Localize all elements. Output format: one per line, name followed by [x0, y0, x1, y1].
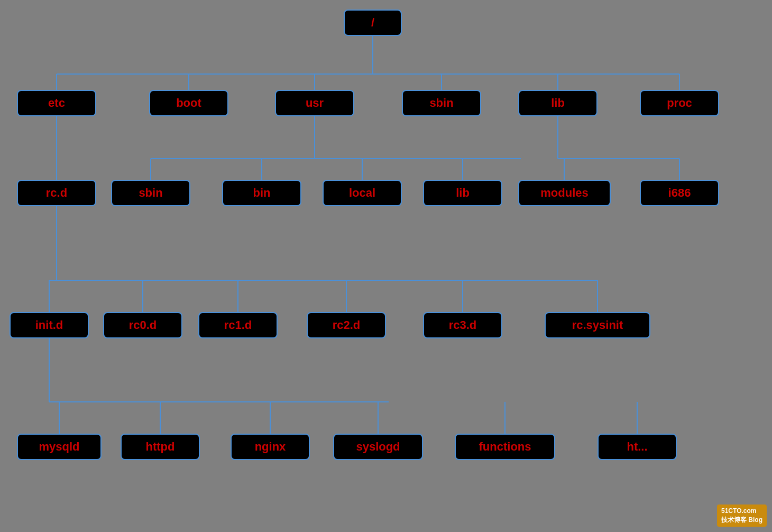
node-usr: usr [275, 90, 354, 116]
node-rc2d: rc2.d [307, 312, 386, 338]
node-rc1d: rc1.d [198, 312, 278, 338]
tree-diagram: /etcbootusrsbinlibprocrc.dsbinbinlocalli… [0, 0, 772, 532]
node-lib_usr: lib [423, 180, 502, 206]
watermark: 51CTO.com技术博客 Blog [717, 505, 767, 527]
node-syslogd: syslogd [333, 434, 423, 460]
node-boot: boot [149, 90, 228, 116]
node-sbin_root: sbin [402, 90, 481, 116]
node-modules: modules [518, 180, 611, 206]
node-rc3d: rc3.d [423, 312, 502, 338]
node-rc_d: rc.d [17, 180, 96, 206]
node-rc0d: rc0.d [103, 312, 182, 338]
node-root: / [344, 10, 402, 36]
node-functions: functions [455, 434, 555, 460]
node-mysqld: mysqld [17, 434, 102, 460]
node-init_d: init.d [10, 312, 89, 338]
node-sbin_usr: sbin [111, 180, 190, 206]
node-nginx: nginx [231, 434, 310, 460]
node-lib_root: lib [518, 90, 598, 116]
node-proc: proc [640, 90, 719, 116]
node-httpd: httpd [121, 434, 200, 460]
node-i686: i686 [640, 180, 719, 206]
node-bin: bin [222, 180, 301, 206]
node-rc_sysinit: rc.sysinit [545, 312, 650, 338]
node-local: local [323, 180, 402, 206]
node-etc: etc [17, 90, 96, 116]
node-ht_partial: ht... [598, 434, 677, 460]
